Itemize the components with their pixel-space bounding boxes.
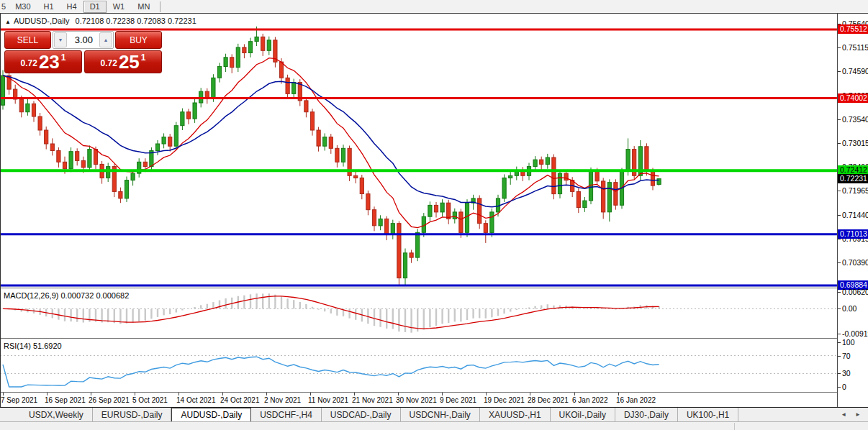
panel-separator[interactable] <box>0 288 868 288</box>
candle <box>360 175 363 199</box>
tab-scroll-right-icon[interactable]: ► <box>855 411 861 418</box>
macd-histogram-bar <box>262 293 263 308</box>
date-label: 5 Oct 2021 <box>132 396 168 404</box>
macd-histogram-bar <box>150 308 152 319</box>
candle <box>168 134 172 152</box>
macd-histogram-bar <box>330 308 332 314</box>
date-label: 19 Dec 2021 <box>484 396 525 404</box>
current-price-badge: 0.72231 <box>838 174 868 183</box>
macd-histogram-bar <box>126 308 127 324</box>
macd-histogram-bar <box>448 308 449 323</box>
price-tick-label: 0.75115 <box>842 43 868 52</box>
timeframe-button-d1[interactable]: D1 <box>83 1 107 13</box>
date-tick-mark <box>486 393 487 395</box>
macd-histogram-bar <box>145 308 146 320</box>
rsi-tick-label: 70 <box>842 352 851 360</box>
candle <box>125 177 128 202</box>
macd-histogram-bar <box>374 308 375 326</box>
candle <box>267 37 271 55</box>
volume-input[interactable]: 3.00 <box>68 32 99 48</box>
macd-histogram-bar <box>76 308 78 321</box>
macd-histogram-bar <box>559 306 561 309</box>
symbol-tab-xauusd-h1[interactable]: XAUUSD-,H1 <box>480 408 551 421</box>
symbol-tab-ukoil-daily[interactable]: UKOil-,Daily <box>551 408 615 421</box>
candle <box>32 101 35 122</box>
macd-tick-label: 0.006201 <box>842 288 868 296</box>
tab-scroll-left-icon[interactable]: ◄ <box>841 411 846 418</box>
candle <box>329 134 333 154</box>
macd-histogram-bar <box>348 308 350 318</box>
sell-price-point: 1 <box>61 52 66 63</box>
macd-histogram-bar <box>243 296 245 309</box>
candle <box>583 197 587 212</box>
timeframe-button-w1[interactable]: W1 <box>107 1 132 13</box>
sell-button[interactable]: SELL <box>4 31 51 49</box>
buy-price-base: 0.72 <box>101 58 117 68</box>
macd-tick-label: -0.009197 <box>842 329 868 338</box>
timeframe-button-h4[interactable]: H4 <box>60 1 83 13</box>
macd-histogram-bar <box>188 308 189 309</box>
price-tick-label: 0.71965 <box>842 186 868 195</box>
chart-title: ▲AUDUSD-,Daily0.72108 0.72238 0.72083 0.… <box>5 17 196 25</box>
rsi-tick-label: 0 <box>842 383 846 391</box>
candle <box>397 221 401 285</box>
candle <box>304 98 308 118</box>
symbol-tab-audusd-daily[interactable]: AUDUSD-,Daily <box>171 408 251 421</box>
macd-histogram-bar <box>485 308 487 318</box>
panel-separator[interactable] <box>0 338 868 339</box>
sell-price-pips: 23 <box>39 52 60 71</box>
symbol-tab-uk100-h1[interactable]: UK100-,H1 <box>678 408 738 421</box>
sell-price-box[interactable]: 0.72 23 1 <box>4 50 82 73</box>
date-label: 21 Nov 2021 <box>352 396 393 404</box>
rsi-indicator-panel[interactable] <box>0 339 837 392</box>
date-tick-mark <box>618 393 619 395</box>
date-tick-mark <box>91 393 91 395</box>
price-tick-label: 0.71440 <box>842 211 868 219</box>
buy-price-box[interactable]: 0.72 25 1 <box>84 50 162 73</box>
symbol-tab-usdchf-h4[interactable]: USDCHF-,H4 <box>251 408 322 421</box>
macd-tick-label: 0.00 <box>842 304 856 313</box>
rsi-label: RSI(14) 51.6920 <box>4 342 62 350</box>
candle <box>540 157 543 170</box>
macd-histogram-bar <box>386 308 387 329</box>
candle <box>509 172 512 185</box>
macd-histogram-bar <box>305 304 307 308</box>
timeframe-button-5[interactable]: 5 <box>0 1 9 13</box>
rsi-line <box>3 357 659 387</box>
macd-histogram-bar <box>324 308 325 311</box>
timeframe-button-mn[interactable]: MN <box>131 1 156 13</box>
candle <box>174 122 178 150</box>
symbol-tab-dj30-daily[interactable]: DJ30-,Daily <box>615 408 678 421</box>
timeframe-button-m30[interactable]: M30 <box>9 1 37 13</box>
date-label: 2 Nov 2021 <box>264 396 301 404</box>
candle <box>657 178 661 186</box>
candle <box>385 216 389 241</box>
price-tick-mark <box>838 71 841 72</box>
chart-window: ▲AUDUSD-,Daily0.72108 0.72238 0.72083 0.… <box>0 14 868 407</box>
price-axis[interactable]: 0.756400.751150.745900.740650.735400.730… <box>837 14 868 407</box>
collapse-triangle-icon[interactable]: ▲ <box>5 19 11 25</box>
macd-histogram-bar <box>454 308 456 321</box>
macd-histogram-bar <box>138 308 140 321</box>
macd-histogram-bar <box>207 304 208 309</box>
symbol-tab-eurusd-daily[interactable]: EURUSD-,Daily <box>93 408 172 421</box>
macd-tick-mark <box>838 308 841 309</box>
candle <box>410 250 413 262</box>
symbol-tab-usdcnh-daily[interactable]: USDCNH-,Daily <box>401 408 480 421</box>
timeframe-toolbar: 5M30H1H4D1W1MN <box>0 0 868 14</box>
timeframe-button-h1[interactable]: H1 <box>37 1 60 13</box>
symbol-tab-usdcad-daily[interactable]: USDCAD-,Daily <box>322 408 401 421</box>
macd-histogram-bar <box>312 307 313 309</box>
date-axis[interactable]: 7 Sep 202116 Sep 202126 Sep 20215 Oct 20… <box>0 393 837 407</box>
symbol-tab-usdx-weekly[interactable]: USDX,Weekly <box>20 408 93 421</box>
volume-increase-button[interactable]: ▲ <box>99 32 112 47</box>
price-tick-mark <box>838 215 841 216</box>
candle <box>236 44 240 72</box>
candle <box>224 54 227 72</box>
volume-decrease-button[interactable]: ▼ <box>54 32 67 47</box>
candle <box>69 147 73 172</box>
macd-histogram-bar <box>584 308 585 309</box>
date-label: 28 Dec 2021 <box>528 396 569 404</box>
macd-histogram-bar <box>169 308 171 314</box>
buy-button[interactable]: BUY <box>115 31 162 49</box>
